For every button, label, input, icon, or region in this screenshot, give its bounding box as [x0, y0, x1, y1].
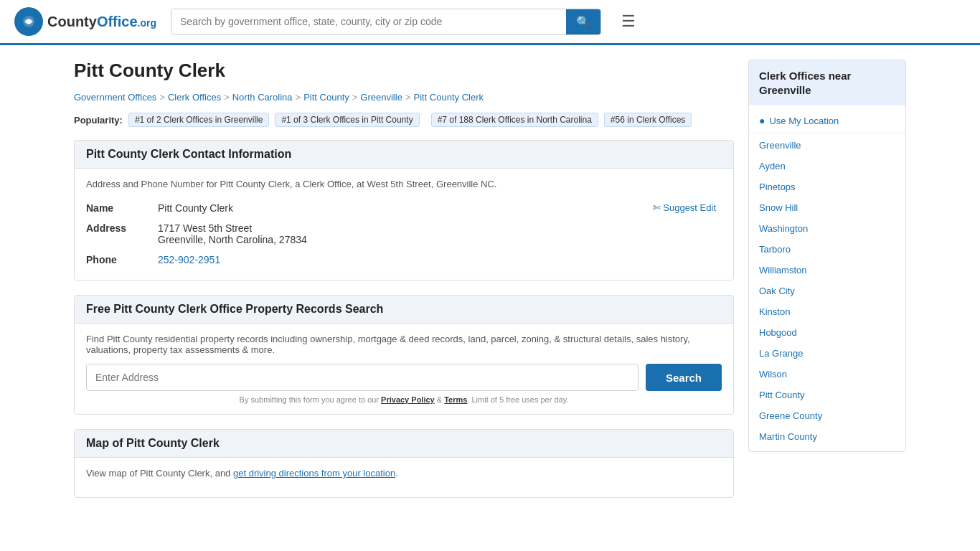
global-search-button[interactable]: 🔍: [566, 9, 600, 34]
suggest-edit-label: Suggest Edit: [663, 202, 716, 213]
contact-name-text: Pitt County Clerk: [158, 202, 233, 214]
popularity-badge-4: #56 in Clerk Offices: [604, 113, 692, 127]
sidebar-item-tarboro[interactable]: Tarboro: [749, 239, 905, 260]
breadcrumb-sep-3: >: [296, 92, 301, 103]
contact-address-row: Address 1717 West 5th Street Greenville,…: [86, 218, 722, 250]
breadcrumb-item-greenville[interactable]: Greenville: [360, 92, 402, 103]
contact-address-value: 1717 West 5th Street Greenville, North C…: [158, 218, 722, 250]
sidebar-link-wilson[interactable]: Wilson: [749, 364, 905, 385]
contact-name-label: Name: [86, 198, 158, 218]
address-search-form: Search: [86, 364, 722, 391]
breadcrumb-item-pitt[interactable]: Pitt County: [303, 92, 349, 103]
contact-name-value: Pitt County Clerk ✄ Suggest Edit: [158, 198, 722, 218]
sidebar-divider: [749, 133, 905, 133]
address-search-button[interactable]: Search: [646, 364, 722, 391]
sidebar-item-pittcounty[interactable]: Pitt County: [749, 385, 905, 405]
property-search-description: Find Pitt County residential property re…: [86, 334, 722, 355]
breadcrumb-sep-1: >: [159, 92, 165, 103]
sidebar-item-hobgood[interactable]: Hobgood: [749, 322, 905, 343]
sidebar-item-oakcity[interactable]: Oak City: [749, 281, 905, 301]
phone-link[interactable]: 252-902-2951: [158, 254, 220, 265]
property-search-section: Free Pitt County Clerk Office Property R…: [74, 295, 734, 415]
hamburger-menu-button[interactable]: ☰: [616, 9, 641, 34]
breadcrumb-item-current[interactable]: Pitt County Clerk: [413, 92, 484, 103]
site-header: CountyOffice.org 🔍 ☰: [0, 0, 980, 45]
use-my-location-label: Use My Location: [769, 116, 839, 126]
sidebar-item-ayden[interactable]: Ayden: [749, 156, 905, 176]
hamburger-icon: ☰: [621, 12, 636, 30]
sidebar-item-washington[interactable]: Washington: [749, 218, 905, 239]
sidebar-link-snowhill[interactable]: Snow Hill: [749, 197, 905, 218]
sidebar-item-kinston[interactable]: Kinston: [749, 301, 905, 322]
address-search-input[interactable]: [86, 364, 639, 391]
search-icon: 🔍: [576, 16, 590, 28]
sidebar-item-use-location[interactable]: ● Use My Location: [749, 110, 905, 131]
property-search-body: Find Pitt County residential property re…: [75, 324, 733, 414]
sidebar-link-greenville[interactable]: Greenville: [749, 135, 905, 156]
edit-icon: ✄: [653, 202, 661, 213]
suggest-edit-link[interactable]: ✄ Suggest Edit: [653, 202, 716, 213]
sidebar-item-greenecounty[interactable]: Greene County: [749, 405, 905, 426]
page-title: Pitt County Clerk: [74, 60, 734, 82]
sidebar-title: Clerk Offices near Greenville: [749, 60, 905, 105]
contact-address-label: Address: [86, 218, 158, 250]
logo-org: .org: [138, 17, 156, 29]
sidebar-link-greenecounty[interactable]: Greene County: [749, 405, 905, 426]
sidebar-link-pinetops[interactable]: Pinetops: [749, 176, 905, 197]
sidebar-link-kinston[interactable]: Kinston: [749, 301, 905, 322]
terms-link[interactable]: Terms: [444, 395, 467, 404]
logo-icon: [14, 7, 43, 36]
sidebar-link-hobgood[interactable]: Hobgood: [749, 322, 905, 343]
map-section: Map of Pitt County Clerk View map of Pit…: [74, 429, 734, 498]
breadcrumb-sep-5: >: [405, 92, 411, 103]
global-search-input[interactable]: [171, 9, 566, 34]
global-search-bar: 🔍: [171, 9, 601, 35]
sidebar-link-pittcounty[interactable]: Pitt County: [749, 385, 905, 405]
popularity-badge-3: #7 of 188 Clerk Offices in North Carolin…: [431, 113, 598, 127]
sidebar-item-snowhill[interactable]: Snow Hill: [749, 197, 905, 218]
breadcrumb-sep-4: >: [352, 92, 358, 103]
sidebar: Clerk Offices near Greenville ● Use My L…: [748, 60, 906, 512]
svg-point-2: [27, 19, 31, 24]
form-disclaimer: By submitting this form you agree to our…: [86, 395, 722, 404]
breadcrumb-item-clerk[interactable]: Clerk Offices: [168, 92, 221, 103]
sidebar-link-washington[interactable]: Washington: [749, 218, 905, 239]
contact-section-header: Pitt County Clerk Contact Information: [75, 141, 733, 169]
breadcrumb: Government Offices > Clerk Offices > Nor…: [74, 92, 734, 103]
address-line1: 1717 West 5th Street: [158, 222, 716, 234]
popularity-label: Popularity:: [74, 115, 123, 126]
sidebar-link-tarboro[interactable]: Tarboro: [749, 239, 905, 260]
privacy-policy-link[interactable]: Privacy Policy: [381, 395, 435, 404]
sidebar-box: Clerk Offices near Greenville ● Use My L…: [748, 60, 906, 452]
contact-name-row: Name Pitt County Clerk ✄ Suggest Edit: [86, 198, 722, 218]
map-section-header: Map of Pitt County Clerk: [75, 430, 733, 458]
sidebar-item-wilson[interactable]: Wilson: [749, 364, 905, 385]
sidebar-link-oakcity[interactable]: Oak City: [749, 281, 905, 301]
contact-table: Name Pitt County Clerk ✄ Suggest Edit Ad…: [86, 198, 722, 270]
breadcrumb-sep-2: >: [224, 92, 230, 103]
sidebar-item-lagrange[interactable]: La Grange: [749, 343, 905, 364]
contact-phone-value: 252-902-2951: [158, 250, 722, 270]
use-my-location-link[interactable]: ● Use My Location: [749, 110, 905, 131]
breadcrumb-item-nc[interactable]: North Carolina: [232, 92, 293, 103]
sidebar-item-pinetops[interactable]: Pinetops: [749, 176, 905, 197]
sidebar-item-martincounty[interactable]: Martin County: [749, 426, 905, 447]
sidebar-link-williamston[interactable]: Williamston: [749, 260, 905, 281]
main-content: Pitt County Clerk Government Offices > C…: [74, 60, 734, 512]
map-desc-text: View map of Pitt County Clerk, and: [86, 468, 230, 479]
popularity-badge-1: #1 of 2 Clerk Offices in Greenville: [128, 113, 270, 127]
breadcrumb-item-gov[interactable]: Government Offices: [74, 92, 156, 103]
contact-description: Address and Phone Number for Pitt County…: [86, 179, 722, 189]
sidebar-item-williamston[interactable]: Williamston: [749, 260, 905, 281]
address-line2: Greenville, North Carolina, 27834: [158, 234, 716, 245]
sidebar-link-lagrange[interactable]: La Grange: [749, 343, 905, 364]
contact-section: Pitt County Clerk Contact Information Ad…: [74, 140, 734, 281]
sidebar-link-ayden[interactable]: Ayden: [749, 156, 905, 176]
sidebar-link-martincounty[interactable]: Martin County: [749, 426, 905, 447]
site-logo[interactable]: CountyOffice.org: [14, 7, 156, 36]
sidebar-item-greenville[interactable]: Greenville: [749, 135, 905, 156]
driving-directions-link[interactable]: get driving directions from your locatio…: [233, 468, 395, 479]
map-description: View map of Pitt County Clerk, and get d…: [86, 468, 722, 479]
logo-text: CountyOffice.org: [47, 14, 156, 30]
popularity-badge-2: #1 of 3 Clerk Offices in Pitt County: [275, 113, 419, 127]
